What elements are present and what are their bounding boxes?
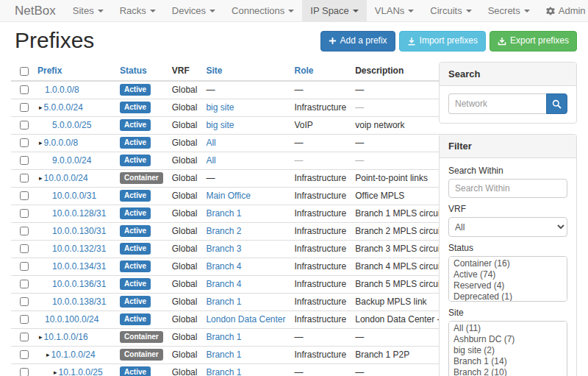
vrf-cell: Global <box>168 223 202 241</box>
prefix-link[interactable]: 9.0.0.0/8 <box>44 138 79 148</box>
table-row: ▸10.1.0.0/24ContainerGlobalBranch 1Infra… <box>11 347 508 364</box>
row-checkbox[interactable] <box>20 85 29 94</box>
nav-item-racks[interactable]: Racks <box>112 0 164 21</box>
status-badge: Active <box>120 243 151 255</box>
expand-arrow-icon: ▸ <box>46 351 50 358</box>
site-link[interactable]: London Data Center <box>206 314 285 324</box>
prefix-link[interactable]: 5.0.0.0/25 <box>52 120 91 130</box>
site-link[interactable]: Branch 1 <box>206 332 241 342</box>
site-link[interactable]: Branch 3 <box>206 244 241 254</box>
prefix-link[interactable]: 10.0.0.136/31 <box>52 279 106 289</box>
prefix-link[interactable]: 10.0.0.130/31 <box>52 226 106 236</box>
navbar-menu: SitesRacksDevicesConnectionsIP SpaceVLAN… <box>65 0 538 21</box>
table-row: ▸10.1.0.0/25ActiveGlobalBranch 1—— <box>11 364 508 376</box>
nav-item-vlans[interactable]: VLANs <box>367 0 422 21</box>
vrf-cell: Global <box>168 135 202 152</box>
column-header-site[interactable]: Site <box>201 62 290 81</box>
vrf-cell: Global <box>168 329 202 347</box>
row-checkbox[interactable] <box>20 121 29 130</box>
site-link[interactable]: big site <box>206 102 234 113</box>
column-header-role[interactable]: Role <box>290 62 351 81</box>
site-link[interactable]: All <box>206 138 215 148</box>
prefix-link[interactable]: 10.0.0.134/31 <box>52 261 106 272</box>
expand-arrow-icon: ▸ <box>54 369 57 376</box>
column-header-vrf: VRF <box>168 62 202 81</box>
search-panel-title: Search <box>440 63 576 86</box>
row-checkbox[interactable] <box>20 156 29 165</box>
vrf-select[interactable]: All <box>448 217 567 237</box>
prefix-link[interactable]: 10.1.0.0/25 <box>59 367 103 376</box>
table-body: 1.0.0.0/8ActiveGlobal———▸5.0.0.0/24Activ… <box>11 81 508 376</box>
prefix-link[interactable]: 10.1.0.0/24 <box>51 350 96 360</box>
status-multiselect[interactable]: Container (16)Active (74)Reserved (4)Dep… <box>448 256 567 302</box>
row-checkbox[interactable] <box>20 191 29 200</box>
row-checkbox[interactable] <box>20 350 29 359</box>
prefix-link[interactable]: 9.0.0.0/24 <box>52 155 91 166</box>
row-checkbox[interactable] <box>20 262 29 271</box>
search-input[interactable] <box>448 93 546 114</box>
caret-down-icon <box>466 10 472 13</box>
site-link[interactable]: Main Office <box>206 191 250 201</box>
site-link[interactable]: Branch 1 <box>206 208 241 219</box>
prefix-link[interactable]: 10.0.0.132/31 <box>52 244 106 254</box>
search-button[interactable] <box>546 93 567 114</box>
row-checkbox[interactable] <box>20 280 29 288</box>
site-link[interactable]: Branch 1 <box>206 297 241 307</box>
prefix-link[interactable]: 10.0.0.0/31 <box>52 191 96 201</box>
row-checkbox[interactable] <box>20 103 29 112</box>
nav-item-ip-space[interactable]: IP Space <box>302 0 367 21</box>
prefix-link[interactable]: 10.0.100.0/24 <box>45 314 98 324</box>
column-header-prefix[interactable]: Prefix <box>33 62 115 81</box>
nav-item-devices[interactable]: Devices <box>164 0 223 21</box>
site-link[interactable]: Branch 4 <box>206 279 241 289</box>
row-checkbox[interactable] <box>20 368 29 376</box>
table-row: 10.0.0.134/31ActiveGlobalBranch 4Infrast… <box>11 258 508 276</box>
column-header-status[interactable]: Status <box>115 62 168 81</box>
row-checkbox[interactable] <box>20 227 29 235</box>
row-checkbox[interactable] <box>20 138 29 147</box>
site-link[interactable]: Branch 4 <box>206 261 241 272</box>
site-link[interactable]: big site <box>206 120 234 130</box>
nav-item-circuits[interactable]: Circuits <box>422 0 479 21</box>
row-checkbox[interactable] <box>20 333 29 341</box>
expand-arrow-icon: ▸ <box>39 333 43 341</box>
table-row: 5.0.0.0/25ActiveGlobalbig siteVoIPvoip n… <box>11 117 508 135</box>
filter-panel-title: Filter <box>440 135 576 158</box>
site-multiselect[interactable]: All (11)Ashburn DC (7)big site (2)Branch… <box>448 321 567 376</box>
nav-item-connections[interactable]: Connections <box>223 0 302 21</box>
select-all-checkbox[interactable] <box>20 67 29 76</box>
sidebar: Search Filter Search WithinVRFAllStatusC… <box>439 62 577 376</box>
nav-item-sites[interactable]: Sites <box>65 0 112 21</box>
filter-field-site: SiteAll (11)Ashburn DC (7)big site (2)Br… <box>448 308 567 376</box>
status-label: Status <box>448 243 567 253</box>
prefix-link[interactable]: 1.0.0.0/8 <box>45 85 79 95</box>
export-prefixes-button[interactable]: Export prefixes <box>490 31 577 52</box>
prefix-link[interactable]: 10.0.0.0/24 <box>44 173 88 183</box>
vrf-cell: Global <box>168 99 202 117</box>
nav-item-secrets[interactable]: Secrets <box>480 0 538 21</box>
vrf-cell: Global <box>168 294 202 311</box>
prefix-link[interactable]: 10.1.0.0/16 <box>44 332 88 342</box>
site-link[interactable]: Branch 1 <box>206 350 241 360</box>
role-cell: — <box>290 135 351 152</box>
table-row: 10.0.100.0/24ActiveGlobalLondon Data Cen… <box>11 311 508 329</box>
vrf-cell: Global <box>168 311 202 329</box>
add-a-prefix-button[interactable]: Add a prefix <box>320 31 395 52</box>
prefix-link[interactable]: 10.0.0.138/31 <box>52 297 106 307</box>
site-link[interactable]: Branch 1 <box>206 367 241 376</box>
row-checkbox[interactable] <box>20 297 29 306</box>
table-row: ▸9.0.0.0/8ActiveGlobalAll—— <box>11 135 508 152</box>
row-checkbox[interactable] <box>20 174 29 182</box>
search-within-input[interactable] <box>448 179 567 198</box>
role-cell: Infrastructure <box>290 205 351 223</box>
prefix-link[interactable]: 5.0.0.0/24 <box>44 102 83 113</box>
site-link[interactable]: All <box>206 155 215 166</box>
row-checkbox[interactable] <box>20 244 29 253</box>
site-link[interactable]: Branch 2 <box>206 226 241 236</box>
row-checkbox[interactable] <box>20 315 29 324</box>
nav-item-admin[interactable]: Admin <box>538 0 588 21</box>
import-prefixes-button[interactable]: Import prefixes <box>399 31 486 52</box>
row-checkbox[interactable] <box>20 209 29 218</box>
brand-logo[interactable]: NetBox <box>6 0 65 21</box>
prefix-link[interactable]: 10.0.0.128/31 <box>52 208 106 219</box>
